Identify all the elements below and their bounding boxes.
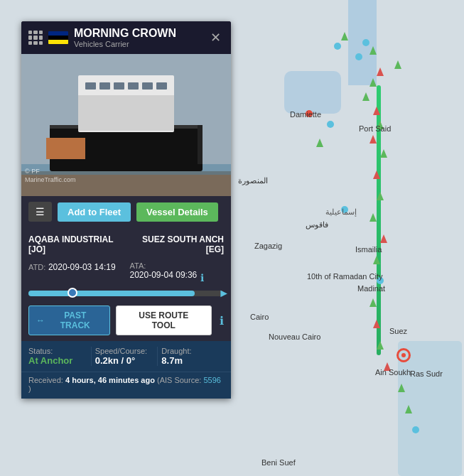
ship-marker (362, 92, 371, 101)
ship-svg (21, 54, 231, 196)
ship-marker (394, 60, 403, 69)
ship-marker (327, 121, 335, 129)
status-block-status: Status: At Anchor (28, 347, 92, 366)
map-label-ras-sudr: Ras Sudr (410, 369, 443, 378)
ship-name-block: MORNING CROWN Vehicles Carrier (74, 27, 176, 48)
route-info: AQABA INDUSTRIAL [JO] SUEZ SOUTH ANCH [E… (21, 227, 231, 258)
map-label-ismailia2: إسماعيلية (325, 207, 357, 217)
ship-detail-panel: MORNING CROWN Vehicles Carrier ✕ (21, 21, 231, 399)
ais-source-prefix: (AIS Source: (157, 376, 201, 384)
svg-rect-1 (21, 171, 231, 196)
past-track-icon: ↔ (36, 315, 45, 325)
ship-marker (373, 320, 382, 328)
panel-header: MORNING CROWN Vehicles Carrier ✕ (21, 21, 231, 54)
map-label-suez: Suez (389, 327, 407, 335)
origin-section: AQABA INDUSTRIAL [JO] (28, 234, 123, 254)
ship-name: MORNING CROWN (74, 27, 176, 40)
map-label-port-said: Port Said (359, 124, 391, 133)
ship-marker (405, 405, 414, 413)
received-prefix: Received: (28, 376, 63, 384)
status-value: At Anchor (28, 355, 85, 366)
map-label-cairo: Cairo (250, 313, 269, 321)
draught-value: 8.7m (161, 355, 218, 366)
status-block-draught: Draught: 8.7m (161, 347, 224, 366)
marine-credit: MarineTraffic.com (25, 176, 76, 183)
ship-image: © PF MarineTraffic.com (21, 54, 231, 196)
ship-marker (380, 234, 389, 243)
ship-marker (373, 107, 382, 115)
header-left: MORNING CROWN Vehicles Carrier (28, 27, 176, 48)
ata-block: ATA: 2020-09-04 09:36 ℹ (130, 261, 225, 283)
map-label-zagazig: Zagazig (254, 242, 282, 250)
map-label-ain-soukh: Ain Soukh (375, 368, 411, 377)
ship-marker (355, 53, 364, 62)
ship-marker (373, 171, 382, 179)
ship-marker (377, 341, 385, 350)
origin-label: AQABA INDUSTRIAL [JO] (28, 234, 123, 254)
track-buttons: ↔ PAST TRACK USE ROUTE TOOL ℹ (21, 300, 231, 341)
speed-label: Speed/Course: (95, 347, 152, 355)
svg-rect-13 (46, 138, 85, 159)
destination-section: SUEZ SOUTH ANCH [EG] (130, 234, 225, 254)
ship-marker (369, 78, 378, 87)
bahamas-flag-icon (48, 31, 68, 44)
progress-arrow: ► (218, 287, 230, 300)
received-bar: Received: 4 hours, 46 minutes ago (AIS S… (21, 372, 231, 399)
selected-ship-marker (396, 348, 411, 362)
map-label-beni-suef: Beni Suef (261, 458, 296, 467)
ship-type: Vehicles Carrier (74, 40, 176, 48)
svg-rect-8 (114, 82, 124, 90)
ship-marker (369, 135, 378, 144)
progress-bar-container: ► (28, 291, 224, 296)
ship-marker (398, 384, 406, 392)
ship-marker (369, 298, 378, 307)
route-tool-button[interactable]: USE ROUTE TOOL (116, 305, 212, 335)
ship-marker (316, 139, 325, 147)
past-track-label: PAST TRACK (48, 310, 102, 330)
progress-section: ► (21, 287, 231, 300)
draught-label: Draught: (161, 347, 218, 355)
info-icon-ata[interactable]: ℹ (200, 272, 204, 283)
svg-rect-6 (85, 82, 96, 90)
atd-block: ATD: 2020-09-03 14:19 (28, 261, 123, 283)
svg-rect-10 (142, 82, 153, 90)
add-to-fleet-button[interactable]: Add to Fleet (58, 202, 131, 222)
menu-button[interactable]: ☰ (28, 202, 52, 222)
speed-value: 0.2kn / 0° (95, 355, 152, 366)
map-label-ismailia: Ismailia (355, 245, 382, 254)
progress-dot (68, 288, 77, 298)
info-icon-route[interactable]: ℹ (220, 314, 224, 328)
close-button[interactable]: ✕ (207, 30, 224, 45)
svg-rect-12 (78, 95, 174, 131)
past-track-button[interactable]: ↔ PAST TRACK (28, 305, 110, 335)
map-label-mansourah: المنصورة (238, 176, 268, 185)
action-bar: ☰ Add to Fleet Vessel Details (21, 196, 231, 227)
map-label-damiette: Damiette (290, 110, 321, 119)
dest-label: SUEZ SOUTH ANCH [EG] (130, 234, 225, 254)
atd-value: 2020-09-03 14:19 (48, 262, 116, 272)
svg-rect-9 (128, 82, 139, 90)
ais-source-suffix: ) (28, 384, 31, 393)
ship-marker (380, 149, 389, 158)
svg-rect-7 (99, 82, 110, 90)
map-label-faqus: فاقوس (306, 220, 328, 229)
progress-bar-fill (28, 291, 195, 296)
atd-label: ATD: (28, 263, 45, 271)
ais-source-link[interactable]: 5596 (203, 376, 220, 384)
status-bar: Status: At Anchor Speed/Course: 0.2kn / … (21, 341, 231, 372)
ship-marker (377, 67, 385, 76)
ship-marker (373, 256, 382, 264)
ship-marker (369, 213, 378, 222)
received-time: 4 hours, 46 minutes ago (65, 376, 155, 384)
map-label-madinat: Madinat (357, 284, 385, 293)
ata-value: 2020-09-04 09:36 (130, 270, 198, 280)
photo-credit: © PF (25, 168, 40, 175)
map-label-10th-ramadan: 10th of Ramadan City (307, 272, 382, 281)
ship-marker (334, 43, 342, 51)
grid-icon (28, 31, 43, 45)
svg-rect-11 (156, 82, 167, 90)
ata-label: ATA: (130, 261, 198, 270)
ship-marker (369, 46, 378, 55)
vessel-details-button[interactable]: Vessel Details (136, 202, 218, 222)
ship-marker (412, 426, 421, 435)
